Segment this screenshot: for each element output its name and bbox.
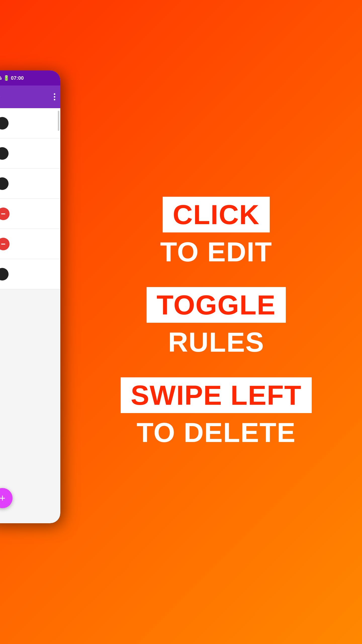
rule-indicator-black bbox=[0, 268, 9, 280]
rules-label: RULES bbox=[147, 327, 286, 357]
toggle-label: TOGGLE bbox=[157, 289, 276, 320]
dot-3 bbox=[54, 99, 55, 100]
to-edit-label: TO EDIT bbox=[160, 236, 272, 267]
list-container: ▲ ▼ ▲ ▼ ▲ ▼ bbox=[0, 108, 60, 289]
list-item[interactable]: ▲ ▼ bbox=[0, 169, 60, 199]
instruction-content: CLICK TO EDIT TOGGLE RULES SWIPE LEFT TO… bbox=[70, 0, 362, 644]
click-highlight-box: CLICK bbox=[163, 197, 270, 232]
rule-indicator-black bbox=[0, 117, 9, 130]
list-item[interactable]: ▲ ▼ bbox=[0, 138, 60, 169]
click-label: CLICK bbox=[173, 199, 260, 230]
swipe-highlight-box: SWIPE LEFT bbox=[121, 377, 312, 413]
status-bar: 100% 🔋 07:00 bbox=[0, 70, 60, 86]
swipe-left-label: SWIPE LEFT bbox=[131, 380, 302, 411]
battery-text: 100% bbox=[0, 75, 2, 81]
to-delete-label: TO DELETE bbox=[121, 417, 312, 448]
list-item[interactable]: ▲ ▼ bbox=[0, 259, 60, 289]
list-item-disabled[interactable]: ▲ ▼ bbox=[0, 229, 60, 259]
dot-1 bbox=[54, 93, 55, 95]
toggle-rules-block: TOGGLE RULES bbox=[147, 287, 286, 357]
chat-svg bbox=[0, 92, 1, 101]
list-item[interactable]: ▲ ▼ bbox=[0, 108, 60, 138]
rule-indicator-red bbox=[0, 208, 10, 220]
swipe-delete-block: SWIPE LEFT TO DELETE bbox=[121, 377, 312, 448]
phone-screen: 100% 🔋 07:00 bbox=[0, 70, 60, 523]
time-text: 07:00 bbox=[11, 75, 24, 81]
phone-body: 100% 🔋 07:00 bbox=[0, 70, 60, 523]
rule-indicator-black bbox=[0, 147, 9, 160]
app-bar bbox=[0, 86, 60, 108]
rule-indicator-red bbox=[0, 238, 10, 250]
list-item-disabled[interactable]: ▲ ▼ bbox=[0, 199, 60, 229]
add-icon: + bbox=[0, 493, 6, 504]
rule-indicator-black bbox=[0, 177, 9, 190]
toggle-highlight-box: TOGGLE bbox=[147, 287, 286, 323]
dot-2 bbox=[54, 96, 55, 98]
phone-mockup: 100% 🔋 07:00 bbox=[0, 70, 75, 548]
more-vert-icon[interactable] bbox=[54, 93, 55, 100]
status-text: 100% 🔋 07:00 bbox=[0, 75, 24, 81]
chat-icon[interactable] bbox=[0, 91, 2, 103]
scroll-handle bbox=[58, 111, 59, 131]
add-rule-fab[interactable]: + bbox=[0, 488, 13, 508]
click-to-edit-block: CLICK TO EDIT bbox=[160, 197, 272, 267]
